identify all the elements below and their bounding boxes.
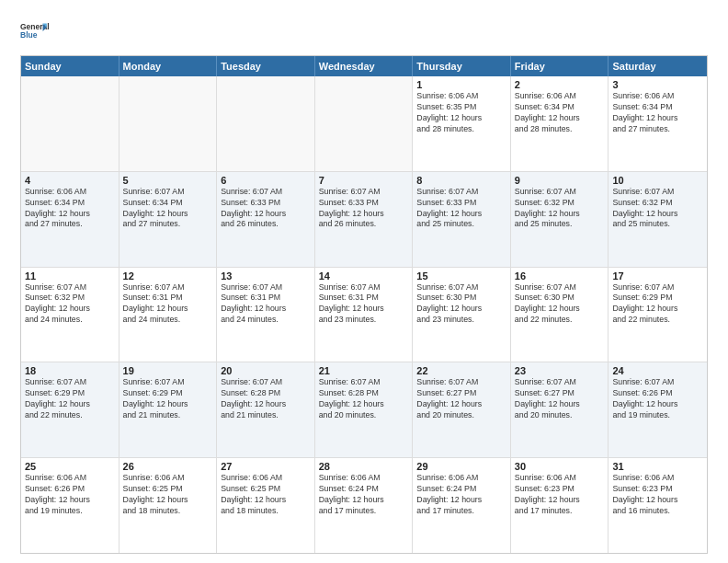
day-number: 3 bbox=[612, 79, 703, 90]
day-cell-24: 24Sunrise: 6:07 AM Sunset: 6:26 PM Dayli… bbox=[609, 362, 707, 457]
calendar: SundayMondayTuesdayWednesdayThursdayFrid… bbox=[20, 55, 708, 554]
day-number: 18 bbox=[25, 365, 115, 376]
day-number: 30 bbox=[515, 461, 605, 472]
day-info: Sunrise: 6:06 AM Sunset: 6:23 PM Dayligh… bbox=[515, 473, 605, 517]
day-info: Sunrise: 6:06 AM Sunset: 6:25 PM Dayligh… bbox=[123, 473, 213, 517]
day-info: Sunrise: 6:06 AM Sunset: 6:35 PM Dayligh… bbox=[416, 91, 506, 135]
day-cell-6: 6Sunrise: 6:07 AM Sunset: 6:33 PM Daylig… bbox=[217, 172, 315, 267]
day-number: 17 bbox=[612, 270, 703, 282]
logo: GeneralBlue bbox=[20, 17, 50, 46]
day-info: Sunrise: 6:06 AM Sunset: 6:24 PM Dayligh… bbox=[319, 473, 409, 517]
svg-text:Blue: Blue bbox=[20, 30, 38, 40]
day-info: Sunrise: 6:07 AM Sunset: 6:31 PM Dayligh… bbox=[221, 282, 311, 327]
day-number: 20 bbox=[221, 365, 311, 376]
day-cell-31: 31Sunrise: 6:06 AM Sunset: 6:23 PM Dayli… bbox=[609, 458, 707, 553]
header-day-tuesday: Tuesday bbox=[217, 56, 315, 76]
calendar-row-4: 25Sunrise: 6:06 AM Sunset: 6:26 PM Dayli… bbox=[21, 458, 707, 553]
day-cell-2: 2Sunrise: 6:06 AM Sunset: 6:34 PM Daylig… bbox=[511, 76, 609, 171]
day-info: Sunrise: 6:07 AM Sunset: 6:27 PM Dayligh… bbox=[515, 377, 605, 421]
day-cell-8: 8Sunrise: 6:07 AM Sunset: 6:33 PM Daylig… bbox=[413, 172, 511, 267]
header-day-saturday: Saturday bbox=[609, 56, 707, 76]
day-cell-27: 27Sunrise: 6:06 AM Sunset: 6:25 PM Dayli… bbox=[217, 458, 315, 553]
day-number: 25 bbox=[25, 461, 115, 472]
day-number: 7 bbox=[319, 175, 409, 186]
day-number: 28 bbox=[319, 461, 409, 472]
day-number: 27 bbox=[221, 461, 311, 472]
day-cell-15: 15Sunrise: 6:07 AM Sunset: 6:30 PM Dayli… bbox=[413, 268, 511, 362]
header-day-monday: Monday bbox=[119, 56, 218, 76]
empty-cell bbox=[21, 76, 119, 171]
day-cell-23: 23Sunrise: 6:07 AM Sunset: 6:27 PM Dayli… bbox=[511, 362, 609, 457]
day-number: 16 bbox=[515, 270, 605, 282]
day-info: Sunrise: 6:07 AM Sunset: 6:32 PM Dayligh… bbox=[612, 187, 703, 231]
day-info: Sunrise: 6:06 AM Sunset: 6:24 PM Dayligh… bbox=[416, 473, 506, 517]
day-number: 15 bbox=[416, 270, 506, 282]
day-number: 9 bbox=[515, 175, 605, 186]
day-number: 14 bbox=[319, 270, 409, 282]
header: GeneralBlue bbox=[20, 17, 708, 46]
day-number: 2 bbox=[515, 79, 605, 90]
day-number: 19 bbox=[123, 365, 213, 376]
page: GeneralBlue SundayMondayTuesdayWednesday… bbox=[0, 0, 728, 563]
header-day-wednesday: Wednesday bbox=[315, 56, 414, 76]
day-number: 10 bbox=[612, 175, 703, 186]
day-cell-10: 10Sunrise: 6:07 AM Sunset: 6:32 PM Dayli… bbox=[609, 172, 707, 267]
day-cell-19: 19Sunrise: 6:07 AM Sunset: 6:29 PM Dayli… bbox=[119, 362, 218, 457]
day-number: 12 bbox=[123, 270, 213, 282]
calendar-row-2: 11Sunrise: 6:07 AM Sunset: 6:32 PM Dayli… bbox=[21, 268, 707, 363]
day-cell-12: 12Sunrise: 6:07 AM Sunset: 6:31 PM Dayli… bbox=[119, 268, 218, 362]
day-number: 24 bbox=[612, 365, 703, 376]
day-cell-18: 18Sunrise: 6:07 AM Sunset: 6:29 PM Dayli… bbox=[21, 362, 119, 457]
day-number: 23 bbox=[515, 365, 605, 376]
day-number: 11 bbox=[25, 270, 115, 282]
day-info: Sunrise: 6:07 AM Sunset: 6:32 PM Dayligh… bbox=[25, 282, 115, 327]
day-cell-20: 20Sunrise: 6:07 AM Sunset: 6:28 PM Dayli… bbox=[217, 362, 315, 457]
day-info: Sunrise: 6:07 AM Sunset: 6:33 PM Dayligh… bbox=[221, 187, 311, 231]
day-info: Sunrise: 6:07 AM Sunset: 6:26 PM Dayligh… bbox=[612, 377, 703, 421]
day-cell-25: 25Sunrise: 6:06 AM Sunset: 6:26 PM Dayli… bbox=[21, 458, 119, 553]
day-number: 4 bbox=[25, 175, 115, 186]
day-cell-13: 13Sunrise: 6:07 AM Sunset: 6:31 PM Dayli… bbox=[217, 268, 315, 362]
empty-cell bbox=[217, 76, 315, 171]
day-cell-14: 14Sunrise: 6:07 AM Sunset: 6:31 PM Dayli… bbox=[315, 268, 414, 362]
day-number: 8 bbox=[416, 175, 506, 186]
header-day-friday: Friday bbox=[511, 56, 609, 76]
logo-icon: GeneralBlue bbox=[20, 17, 50, 46]
header-day-thursday: Thursday bbox=[413, 56, 511, 76]
day-info: Sunrise: 6:07 AM Sunset: 6:28 PM Dayligh… bbox=[221, 377, 311, 421]
day-cell-5: 5Sunrise: 6:07 AM Sunset: 6:34 PM Daylig… bbox=[119, 172, 218, 267]
empty-cell bbox=[119, 76, 218, 171]
day-info: Sunrise: 6:06 AM Sunset: 6:25 PM Dayligh… bbox=[221, 473, 311, 517]
day-info: Sunrise: 6:07 AM Sunset: 6:31 PM Dayligh… bbox=[123, 282, 213, 327]
day-number: 29 bbox=[416, 461, 506, 472]
day-cell-1: 1Sunrise: 6:06 AM Sunset: 6:35 PM Daylig… bbox=[413, 76, 511, 171]
day-cell-16: 16Sunrise: 6:07 AM Sunset: 6:30 PM Dayli… bbox=[511, 268, 609, 362]
day-cell-17: 17Sunrise: 6:07 AM Sunset: 6:29 PM Dayli… bbox=[609, 268, 707, 362]
day-info: Sunrise: 6:06 AM Sunset: 6:23 PM Dayligh… bbox=[612, 473, 703, 517]
day-info: Sunrise: 6:07 AM Sunset: 6:29 PM Dayligh… bbox=[612, 282, 703, 327]
calendar-body: 1Sunrise: 6:06 AM Sunset: 6:35 PM Daylig… bbox=[21, 76, 707, 553]
calendar-header: SundayMondayTuesdayWednesdayThursdayFrid… bbox=[21, 56, 707, 76]
day-info: Sunrise: 6:06 AM Sunset: 6:34 PM Dayligh… bbox=[515, 91, 605, 135]
day-number: 5 bbox=[123, 175, 213, 186]
day-cell-30: 30Sunrise: 6:06 AM Sunset: 6:23 PM Dayli… bbox=[511, 458, 609, 553]
day-cell-28: 28Sunrise: 6:06 AM Sunset: 6:24 PM Dayli… bbox=[315, 458, 414, 553]
day-info: Sunrise: 6:07 AM Sunset: 6:30 PM Dayligh… bbox=[416, 282, 506, 327]
day-number: 1 bbox=[416, 79, 506, 90]
day-info: Sunrise: 6:07 AM Sunset: 6:31 PM Dayligh… bbox=[319, 282, 409, 327]
day-number: 26 bbox=[123, 461, 213, 472]
day-info: Sunrise: 6:07 AM Sunset: 6:32 PM Dayligh… bbox=[515, 187, 605, 231]
day-info: Sunrise: 6:07 AM Sunset: 6:34 PM Dayligh… bbox=[123, 187, 213, 231]
day-cell-22: 22Sunrise: 6:07 AM Sunset: 6:27 PM Dayli… bbox=[413, 362, 511, 457]
day-info: Sunrise: 6:07 AM Sunset: 6:28 PM Dayligh… bbox=[319, 377, 409, 421]
day-cell-29: 29Sunrise: 6:06 AM Sunset: 6:24 PM Dayli… bbox=[413, 458, 511, 553]
day-number: 22 bbox=[416, 365, 506, 376]
header-day-sunday: Sunday bbox=[21, 56, 119, 76]
day-info: Sunrise: 6:07 AM Sunset: 6:30 PM Dayligh… bbox=[515, 282, 605, 327]
day-info: Sunrise: 6:07 AM Sunset: 6:33 PM Dayligh… bbox=[319, 187, 409, 231]
day-number: 31 bbox=[612, 461, 703, 472]
day-cell-26: 26Sunrise: 6:06 AM Sunset: 6:25 PM Dayli… bbox=[119, 458, 218, 553]
empty-cell bbox=[315, 76, 414, 171]
day-info: Sunrise: 6:06 AM Sunset: 6:34 PM Dayligh… bbox=[25, 187, 115, 231]
day-cell-9: 9Sunrise: 6:07 AM Sunset: 6:32 PM Daylig… bbox=[511, 172, 609, 267]
